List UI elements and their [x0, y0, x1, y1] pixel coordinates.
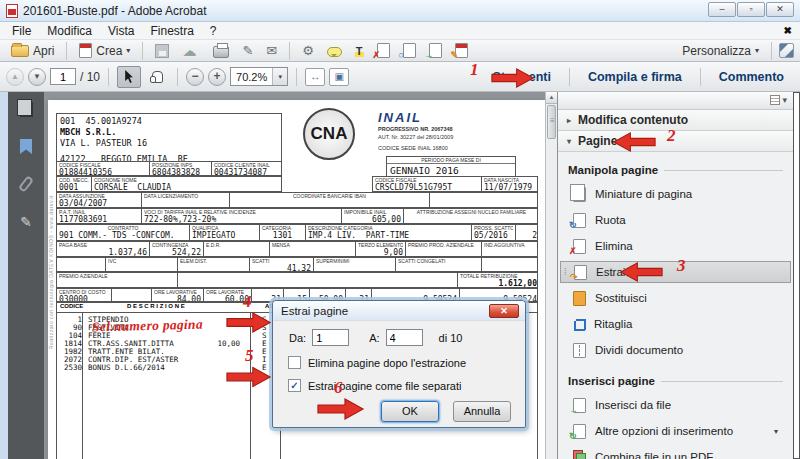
delete-page-button[interactable]: ✗	[372, 41, 395, 61]
fit-width-button[interactable]: ↔	[305, 68, 325, 86]
menu-bar: File Modifica Vista Finestra ? ✖	[0, 22, 800, 40]
replace-page-icon	[573, 291, 586, 306]
gear-icon: ⚙	[302, 43, 314, 59]
toolbar-close-icon[interactable]: ✖	[784, 25, 792, 36]
menu-finestra[interactable]: Finestra	[143, 24, 202, 38]
menu-modifica[interactable]: Modifica	[39, 24, 100, 38]
edit-page-button[interactable]: ✎	[450, 41, 473, 61]
earning-row: 2530BONUS D.L.66/2014E	[56, 363, 286, 372]
panel-item-altre-opzioni[interactable]: ↻ Altre opzioni di inserimento ▾	[558, 418, 793, 444]
menu-help[interactable]: ?	[202, 24, 225, 38]
printer-icon	[213, 46, 229, 58]
scroll-up-icon[interactable]: ▲	[546, 92, 557, 104]
email-button[interactable]: ✉	[261, 41, 282, 61]
inail-row: P.A.T. INAIL1177083691 VOCI DI TARIFFA I…	[56, 208, 538, 224]
of-total-label: di 10	[439, 332, 463, 344]
menu-vista[interactable]: Vista	[100, 24, 142, 38]
section-pagine[interactable]: ▾ Pagine	[558, 131, 793, 152]
page-side-note: Realizzato con tecnologia DATEV KOINOS -…	[48, 195, 54, 349]
tab-strumenti[interactable]: Strumenti	[483, 70, 561, 84]
pen-icon: ✎	[242, 43, 253, 59]
fullscreen-toggle-icon[interactable]	[779, 43, 794, 58]
minimize-button[interactable]: –	[708, 2, 736, 17]
panel-item-inserisci-da-file[interactable]: → Inserisci da file	[558, 392, 793, 418]
from-page-input[interactable]	[312, 329, 349, 346]
total-pay: 1.612,00	[460, 279, 537, 287]
scrollbar-thumb[interactable]	[547, 105, 556, 139]
bookmarks-icon[interactable]	[20, 139, 32, 154]
acrobat-window: 201601-Buste.pdf - Adobe Acrobat – ▫ ✕ F…	[0, 0, 800, 459]
panel-item-ruota[interactable]: ↻ Ruota	[558, 207, 793, 233]
personalize-button[interactable]: Personalizza ▾	[677, 41, 764, 61]
section-modifica-contenuto[interactable]: ▸ Modifica contenuto	[558, 110, 793, 131]
cancel-button[interactable]: Annulla	[453, 401, 511, 422]
insert-from-file-icon: →	[573, 398, 586, 413]
zoom-out-button[interactable]: −	[186, 68, 204, 86]
delete-after-checkbox[interactable]	[288, 356, 301, 369]
attachments-icon[interactable]	[18, 175, 34, 193]
edit-page-icon: ✎	[455, 43, 468, 58]
cna-logo: CNA	[303, 108, 355, 160]
page-number-input[interactable]	[50, 68, 76, 85]
zoom-level-select[interactable]: 70.2% ▾	[230, 67, 288, 86]
select-tool-button[interactable]	[117, 66, 141, 88]
page-total-label: / 10	[80, 70, 100, 84]
to-page-input[interactable]	[386, 329, 423, 346]
highlight-text-button[interactable]: T	[350, 41, 369, 61]
inserisci-pagine-header: Inserisci pagine	[558, 363, 793, 392]
comment-bubble-button[interactable]	[322, 41, 347, 61]
hand-tool-button[interactable]	[145, 66, 169, 88]
signatures-icon[interactable]: ✎	[20, 214, 32, 230]
previous-page-button[interactable]: ▲	[6, 68, 24, 86]
settings-button[interactable]: ⚙	[297, 41, 319, 61]
panel-item-combina[interactable]: Combina file in un PDF	[558, 444, 793, 459]
panel-item-estrai[interactable]: ↷ Estrai	[560, 261, 791, 283]
close-button[interactable]: ✕	[766, 2, 794, 17]
document-scrollbar[interactable]: ▲	[545, 92, 557, 459]
tab-compila-firma[interactable]: Compila e firma	[578, 70, 692, 84]
firm-address: VIA L. PASTEUR 16	[57, 138, 281, 149]
menu-file[interactable]: File	[4, 24, 39, 38]
combine-files-icon	[573, 450, 586, 459]
col-codice: CODICE	[60, 303, 83, 309]
next-page-button[interactable]: ▼	[28, 68, 46, 86]
delete-page-icon: ✗	[377, 43, 390, 58]
extract-pages-dialog: Estrai pagine ✕ Da: A: di 10 Elimina pag…	[272, 300, 526, 428]
ok-button[interactable]: OK	[381, 401, 439, 422]
insert-options-icon: ↻	[573, 424, 586, 439]
panel-item-ritaglia[interactable]: Ritaglia	[558, 311, 793, 337]
contract-row: CONTRATTO901 COMM.- TDS -CONFCOM. QUALIF…	[56, 224, 538, 241]
from-label: Da:	[289, 332, 306, 344]
fit-page-button[interactable]: ▣	[329, 68, 349, 86]
create-button[interactable]: Crea ▾	[74, 41, 135, 61]
panel-options-button[interactable]: ▾	[770, 95, 787, 105]
page-thumbnails-icon[interactable]	[20, 102, 33, 117]
hand-icon	[152, 71, 163, 83]
upload-cloud-button[interactable]: ☁↑	[177, 41, 205, 61]
title-bar: 201601-Buste.pdf - Adobe Acrobat – ▫ ✕	[0, 0, 800, 22]
panel-item-miniature[interactable]: Miniature di pagina	[558, 181, 793, 207]
open-button[interactable]: Apri	[6, 41, 59, 61]
restore-button[interactable]: ▫	[737, 2, 765, 17]
sign-button[interactable]: ✎	[237, 41, 258, 61]
navigation-rail: ✎	[8, 92, 44, 459]
separate-files-checkbox[interactable]: ✓	[288, 379, 301, 392]
text-highlight-icon: T	[355, 45, 364, 57]
panel-item-sostituisci[interactable]: Sostituisci	[558, 285, 793, 311]
dialog-close-button[interactable]: ✕	[489, 304, 519, 318]
panel-item-elimina[interactable]: ✗ Elimina	[558, 233, 793, 259]
search-document-button[interactable]: ○	[398, 41, 421, 61]
col-descrizione: D E S C R I Z I O N E	[127, 303, 185, 309]
cloud-upload-icon: ☁↑	[182, 44, 200, 58]
panel-item-dividi[interactable]: Dividi documento	[558, 337, 793, 363]
progressivo: PROGRESSIVO NR. 2067348	[378, 125, 518, 133]
employee-row-right: CODICE FISCALECRSCLD79L51G795T DATA NASC…	[372, 176, 538, 192]
print-button[interactable]	[208, 41, 234, 61]
page-thumbnails-icon	[573, 187, 586, 202]
chevron-down-icon: ▾	[126, 46, 130, 55]
zoom-in-button[interactable]: +	[208, 68, 226, 86]
tab-commento[interactable]: Commento	[709, 70, 794, 84]
save-icon	[155, 44, 169, 58]
save-button[interactable]	[150, 41, 174, 61]
export-page-button[interactable]: →	[424, 41, 447, 61]
